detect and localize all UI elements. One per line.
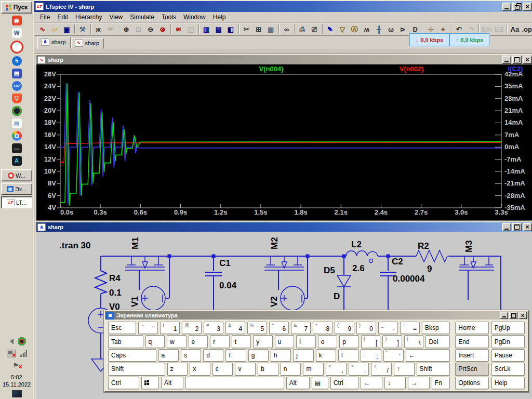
webcam-tray-icon[interactable]	[18, 337, 26, 345]
end-key[interactable]: End	[455, 335, 488, 348]
0-key[interactable]: )0	[356, 322, 376, 334]
equals-key[interactable]: +=	[400, 322, 420, 334]
menu-hierarchy[interactable]: Hierarchy	[72, 12, 105, 22]
place-capacitor-button[interactable]: ╫	[373, 23, 384, 35]
tv-icon[interactable]: ▬	[12, 143, 22, 153]
wave-close-button[interactable]: ×	[523, 56, 532, 64]
label-m3[interactable]: M3	[464, 240, 474, 252]
place-diode-button[interactable]: ⊳	[397, 23, 409, 35]
lbracket-key[interactable]: {[	[361, 335, 381, 348]
floppy-save-icon[interactable]: ▤	[12, 69, 22, 78]
component-v1[interactable]: V1	[130, 286, 165, 310]
ctrl-right-key[interactable]: Ctrl	[330, 377, 359, 389]
osk-minimize-button[interactable]	[500, 312, 508, 319]
backtick-key[interactable]: ~`	[138, 322, 158, 334]
j-key[interactable]: j	[293, 349, 313, 362]
volume-icon[interactable]	[7, 339, 14, 344]
options-key[interactable]: Options	[455, 377, 488, 389]
slash-key[interactable]: ?/	[371, 363, 392, 375]
menu-key[interactable]: ▤	[312, 377, 328, 389]
find-button[interactable]: ∞	[281, 23, 292, 35]
label-c1-value[interactable]: 0.04	[219, 281, 237, 290]
n-key[interactable]: n	[281, 363, 301, 375]
v-key[interactable]: v	[235, 363, 256, 375]
6-key[interactable]: ^6	[269, 322, 289, 334]
9-key[interactable]: (9	[335, 322, 354, 334]
label-r2[interactable]: R2	[418, 241, 429, 251]
place-ground-button[interactable]: ▽	[336, 23, 348, 35]
waveform-plot[interactable]: 0.0s0.3s0.6s0.9s1.2s1.5s1.8s2.1s2.4s2.7s…	[36, 64, 531, 217]
paste-button[interactable]: ▣	[264, 23, 276, 35]
tile-horizontally-button[interactable]: ▤	[212, 23, 224, 35]
webcam-icon[interactable]	[12, 106, 22, 116]
task-button-keyboard[interactable]: ▦Эк...	[1, 183, 32, 195]
c-key[interactable]: c	[212, 363, 233, 375]
d-key[interactable]: d	[203, 349, 223, 362]
space-key[interactable]	[185, 377, 284, 389]
i-key[interactable]: i	[296, 335, 316, 348]
g-key[interactable]: g	[248, 349, 269, 362]
arrow-left-key[interactable]: ←	[361, 377, 382, 389]
k-key[interactable]: k	[316, 349, 336, 362]
cascade-windows-button[interactable]: ◧	[224, 23, 236, 35]
zoom-out-button[interactable]: ⊖	[144, 23, 156, 35]
osk-titlebar[interactable]: ▦ Экранная клавиатура ×	[105, 311, 528, 320]
2-key[interactable]: @2	[182, 322, 202, 334]
label-m1[interactable]: M1	[130, 237, 140, 249]
autorange-waveform-button[interactable]: ≋	[172, 23, 184, 35]
draw-wire-button[interactable]: ✎	[324, 23, 336, 35]
backslash-key[interactable]: |\	[404, 335, 424, 348]
word-icon[interactable]: W	[12, 28, 22, 38]
Caps-key[interactable]: Caps	[108, 349, 156, 362]
Ctrl-key[interactable]: Ctrl	[108, 377, 139, 389]
save-button[interactable]: ▣	[61, 23, 73, 35]
start-button[interactable]: Пуск	[1, 1, 32, 14]
label-l2-value[interactable]: 2.6	[352, 263, 365, 273]
insert-key[interactable]: Insert	[455, 349, 488, 362]
task-button-ltspice[interactable]: LTLT...	[1, 196, 32, 208]
close-button[interactable]: ×	[523, 3, 532, 11]
comma-key[interactable]: <,	[326, 363, 347, 375]
t-key[interactable]: t	[232, 335, 251, 348]
a-key[interactable]: a	[158, 349, 179, 362]
alt-right-key[interactable]: Alt	[286, 377, 310, 389]
schem-minimize-button[interactable]	[502, 223, 511, 231]
alltrades-icon[interactable]: A	[12, 156, 22, 166]
place-resistor-button[interactable]: ʍ	[361, 23, 373, 35]
spice-directive-button[interactable]: .op	[521, 23, 532, 35]
open-button[interactable]: ▱	[48, 23, 60, 35]
8-key[interactable]: *8	[313, 322, 332, 334]
menu-window[interactable]: Window	[180, 12, 209, 22]
menu-view[interactable]: View	[105, 12, 126, 22]
zoom-in-button[interactable]: ⊕	[120, 23, 132, 35]
component-r2[interactable]: R2 9	[416, 241, 447, 274]
schem-maximize-button[interactable]	[512, 223, 522, 231]
label-r4[interactable]: R4	[109, 273, 121, 283]
x-key[interactable]: x	[190, 363, 210, 375]
f-key[interactable]: f	[225, 349, 246, 362]
Fn-key[interactable]: Fn	[432, 377, 450, 389]
p-key[interactable]: p	[339, 335, 359, 348]
Tab-key[interactable]: Tab	[108, 335, 143, 348]
zoom-full-extents-button[interactable]: ⊗	[156, 23, 168, 35]
pause-key[interactable]: Pause	[491, 349, 525, 362]
label-d5-value[interactable]: D	[334, 291, 340, 301]
y-key[interactable]: y	[253, 335, 273, 348]
h-key[interactable]: h	[271, 349, 291, 362]
minus-key[interactable]: _-	[378, 322, 398, 334]
place-text-button[interactable]: Aa	[509, 23, 521, 35]
menu-help[interactable]: Help	[209, 12, 230, 22]
Alt-key[interactable]: Alt	[161, 377, 183, 389]
label-v2[interactable]: V2	[269, 296, 279, 307]
run-button[interactable]: ж	[92, 23, 104, 35]
Esc-key[interactable]: Esc	[108, 322, 136, 334]
arrow-up-key[interactable]: ↑	[394, 363, 415, 375]
copy-button[interactable]: ⊞	[252, 23, 264, 35]
win-key[interactable]	[141, 377, 159, 389]
u-key[interactable]: u	[275, 335, 295, 348]
print-button[interactable]: ⎙	[296, 23, 308, 35]
component-m3[interactable]: M3	[459, 240, 494, 270]
offline-flag-icon[interactable]: ⚑	[13, 362, 21, 369]
component-m1[interactable]: M1	[125, 237, 165, 270]
menu-file[interactable]: File	[36, 12, 54, 22]
